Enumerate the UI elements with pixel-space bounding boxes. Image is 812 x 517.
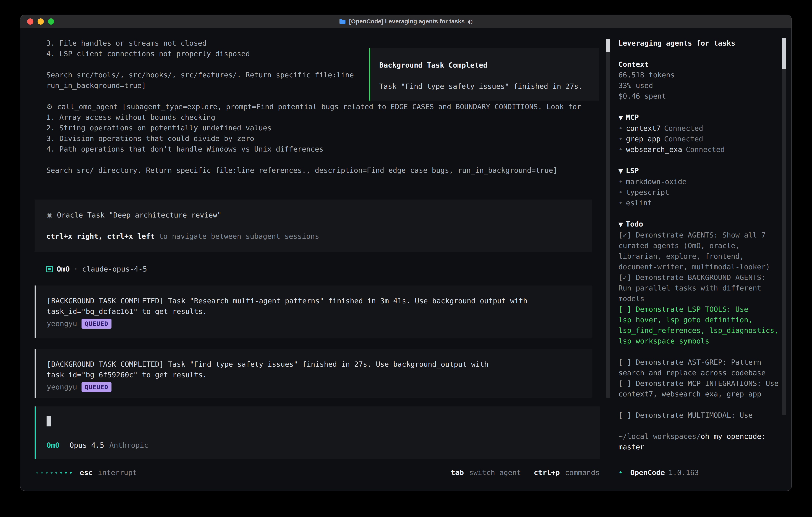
agent-header: OmO · claude-opus-4-5 — [46, 264, 610, 274]
lsp-item: markdown-oxide — [618, 176, 779, 187]
agent-model: claude-opus-4-5 — [82, 264, 147, 274]
context-spent: $0.46 spent — [618, 91, 779, 101]
record-circle-icon: ◉ — [46, 211, 53, 219]
context-heading: Context — [618, 59, 779, 70]
oracle-task-title: Oracle Task "Deep architecture review" — [57, 211, 222, 219]
background-task-message: [BACKGROUND TASK COMPLETED] Task "Resear… — [35, 285, 591, 338]
hint-shortcut: ctrl+x right, ctrl+x left — [46, 232, 155, 240]
task-message-line: [BACKGROUND TASK COMPLETED] Task "Resear… — [47, 296, 583, 306]
scrollbar-thumb[interactable] — [782, 38, 786, 69]
terminal-line: 2. String operations on potentially unde… — [46, 123, 610, 133]
window-content: 3. File handles or streams not closed 4.… — [20, 28, 791, 491]
collapse-arrow-icon: ▼ — [618, 114, 623, 121]
sidebar: Leveraging agents for tasks Context 66,5… — [610, 28, 791, 491]
background-task-message: [BACKGROUND TASK COMPLETED] Task "Find t… — [35, 349, 591, 398]
navigation-hint: ctrl+x right, ctrl+x left to navigate be… — [46, 231, 584, 242]
app-version-footer: OpenCode1.0.163 — [618, 467, 779, 478]
tool-name: call_omo_agent — [57, 103, 118, 111]
mcp-item: grep_appConnected — [618, 134, 779, 144]
todo-item: [ ] Demonstrate MULTIMODAL: Use — [618, 410, 779, 420]
half-moon-icon: ◐ — [468, 18, 473, 25]
input-meta: OmO Opus 4.5 Anthropic — [47, 440, 591, 451]
lsp-item: eslint — [618, 197, 779, 208]
task-message-line: [BACKGROUND TASK COMPLETED] Task "Find t… — [47, 359, 583, 370]
titlebar[interactable]: [OpenCode] Leveraging agents for tasks ◐ — [20, 15, 791, 28]
mcp-section-header[interactable]: ▼MCP — [618, 112, 779, 123]
status-bar: esc interrupt tab switch agent ctrl+p co… — [36, 467, 600, 478]
task-meta: yeongyu QUEUED — [47, 318, 583, 329]
toast-body: Task "Find type safety issues" finished … — [379, 81, 590, 91]
mcp-item: websearch_exaConnected — [618, 144, 779, 155]
omo-agent-icon — [46, 266, 53, 272]
lsp-section-header[interactable]: ▼LSP — [618, 165, 779, 176]
app-window: [OpenCode] Leveraging agents for tasks ◐… — [20, 15, 792, 491]
collapse-arrow-icon: ▼ — [618, 167, 623, 174]
folder-icon — [339, 19, 346, 24]
todo-item: [✓] Demonstrate AGENTS: Show all 7 curat… — [618, 230, 779, 272]
terminal-line: Search src/ directory. Return specific f… — [46, 165, 610, 175]
terminal-line: 1. Array access without bounds checking — [46, 112, 610, 123]
task-meta: yeongyu QUEUED — [47, 382, 583, 392]
text-cursor — [47, 416, 51, 427]
sidebar-scrollbar[interactable] — [782, 38, 786, 415]
window-title-text: [OpenCode] Leveraging agents for tasks — [349, 18, 465, 25]
prompt-input[interactable]: OmO Opus 4.5 Anthropic — [35, 406, 600, 459]
input-provider: Anthropic — [109, 440, 148, 451]
window-title: [OpenCode] Leveraging agents for tasks ◐ — [339, 18, 473, 25]
collapse-arrow-icon: ▼ — [618, 221, 623, 228]
terminal-main: 3. File handles or streams not closed 4.… — [20, 28, 610, 491]
close-button[interactable] — [27, 19, 33, 25]
todo-item: [ ] Demonstrate MCP INTEGRATIONS: Use co… — [618, 378, 779, 399]
context-tokens: 66,518 tokens — [618, 70, 779, 80]
scrollbar-thumb[interactable] — [606, 39, 610, 52]
oracle-session-card[interactable]: ◉ Oracle Task "Deep architecture review"… — [35, 199, 591, 252]
tab-key-hint: tab — [451, 467, 464, 478]
tool-args: [subagent_type=explore, prompt=Find pote… — [118, 103, 581, 111]
desktop: [OpenCode] Leveraging agents for tasks ◐… — [0, 0, 812, 517]
input-model: Opus 4.5 — [69, 440, 104, 451]
gear-icon: ⚙ — [46, 103, 53, 111]
input-agent: OmO — [47, 440, 60, 451]
minimize-button[interactable] — [37, 19, 44, 25]
session-title: Leveraging agents for tasks — [618, 38, 779, 48]
esc-key-hint: esc — [80, 467, 93, 478]
terminal-line: 3. File handles or streams not closed — [46, 38, 610, 48]
queued-badge: QUEUED — [82, 319, 112, 329]
task-message-line: task_id="bg_6f59260c" to get results. — [47, 370, 583, 380]
transcript-scrollbar[interactable] — [606, 39, 610, 398]
lsp-item: typescript — [618, 187, 779, 197]
toast-title: Background Task Completed — [379, 60, 590, 71]
hint-text: to navigate between subagent sessions — [155, 232, 319, 240]
todo-item: [ ] Demonstrate LSP TOOLS: Use lsp_hover… — [618, 304, 779, 346]
task-user: yeongyu — [47, 382, 77, 392]
agent-name: OmO — [57, 264, 70, 274]
oracle-title-line: ◉ Oracle Task "Deep architecture review" — [46, 210, 584, 220]
traffic-lights — [27, 15, 54, 28]
tab-key-label: switch agent — [469, 467, 521, 478]
queued-badge: QUEUED — [82, 382, 112, 392]
mcp-item: context7Connected — [618, 123, 779, 134]
task-completed-toast[interactable]: Background Task Completed Task "Find typ… — [369, 48, 599, 101]
workspace-path-line: ~/local-workspaces/oh-my-opencode: — [618, 431, 779, 442]
tool-call-line: ⚙ call_omo_agent [subagent_type=explore,… — [46, 101, 610, 112]
app-name: OpenCode — [630, 468, 665, 477]
spinner-dots — [36, 472, 72, 473]
task-message-line: task_id="bg_dcfac161" to get results. — [47, 306, 583, 317]
context-used: 33% used — [618, 80, 779, 91]
todo-section-header[interactable]: ▼Todo — [618, 219, 779, 230]
todo-item: [ ] Demonstrate AST-GREP: Pattern search… — [618, 357, 779, 378]
zoom-button[interactable] — [48, 19, 54, 25]
ctrlp-key-label: commands — [565, 467, 600, 478]
terminal-line: 3. Division operations that could divide… — [46, 133, 610, 144]
todo-item: [✓] Demonstrate BACKGROUND AGENTS: Run p… — [618, 272, 779, 304]
esc-key-label: interrupt — [98, 467, 137, 478]
workspace-branch: master — [618, 442, 779, 452]
app-version: 1.0.163 — [669, 468, 699, 477]
ctrlp-key-hint: ctrl+p — [534, 467, 560, 478]
task-user: yeongyu — [47, 318, 77, 329]
terminal-line: 4. Path operations that don't handle Win… — [46, 144, 610, 154]
workspace-path: ~/local-workspaces/oh-my-opencode: maste… — [618, 431, 779, 452]
status-bar-right: tab switch agent ctrl+p commands — [451, 467, 600, 478]
transcript[interactable]: 3. File handles or streams not closed 4.… — [20, 28, 610, 398]
separator-dot: · — [74, 264, 78, 274]
